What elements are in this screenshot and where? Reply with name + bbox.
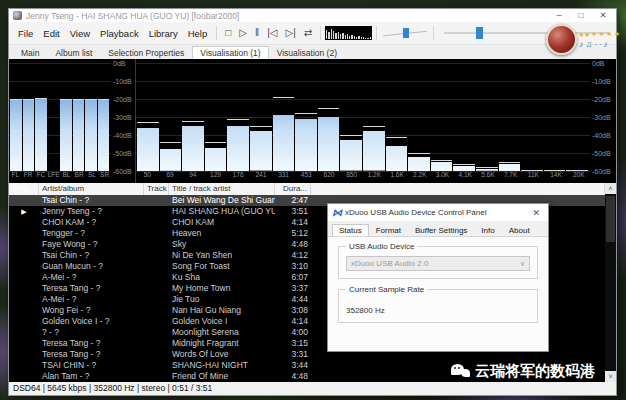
scrollbar-thumb[interactable] — [606, 196, 615, 242]
db-tick-label: -10dB — [592, 78, 611, 85]
mini-spectrum-bar — [361, 37, 362, 39]
column-header-track[interactable]: Track ... — [144, 183, 169, 195]
spectrum-bar — [160, 149, 182, 171]
column-header-playing[interactable]: Playi... — [9, 183, 39, 195]
scrollbar-down-arrow[interactable]: ˅ — [605, 371, 616, 382]
spectrum-bar — [35, 98, 47, 171]
toolbar-separator — [216, 26, 217, 40]
frequency-label: 50 — [136, 171, 159, 183]
title-cell: Golden Voice I — [169, 316, 275, 327]
tab-visualisation-1-[interactable]: Visualisation (1) — [192, 46, 268, 59]
track-cell — [144, 294, 169, 305]
random-button[interactable]: ⇄ — [300, 25, 316, 41]
volume-handle[interactable] — [403, 28, 409, 38]
usb-audio-device-dropdown[interactable]: xDuoo USB Audio 2.0 ∨ — [346, 256, 530, 271]
track-cell — [144, 228, 169, 239]
xduoo-control-panel-dialog: ⋈ xDuoo USB Audio Device Control Panel ✕… — [327, 203, 549, 352]
spectrum-bar — [73, 99, 85, 171]
blue-music-icons: ♪♫∙∙♪ — [579, 39, 621, 49]
artist-cell: Tsai Chin - ? — [39, 195, 144, 206]
spectrum-bar — [137, 128, 159, 171]
tab-selection-properties[interactable]: Selection Properties — [100, 46, 192, 59]
menu-library[interactable]: Library — [144, 28, 183, 39]
frequency-label: BR — [73, 171, 86, 183]
title-bar[interactable]: Jenny Tseng - HAI SHANG HUA (GUO YU) [fo… — [9, 9, 616, 22]
dialog-title-bar[interactable]: ⋈ xDuoo USB Audio Device Control Panel ✕ — [328, 204, 548, 221]
column-header-title[interactable]: Title / track artist — [169, 183, 275, 195]
db-tick-label: -30dB — [113, 114, 132, 121]
menu-playback[interactable]: Playback — [95, 28, 144, 39]
app-icon — [13, 11, 22, 20]
playing-indicator-icon: ▶ — [9, 206, 39, 217]
menu-file[interactable]: File — [13, 28, 38, 39]
dialog-tab-format[interactable]: Format — [369, 224, 408, 236]
artist-cell: Alan Tam - ? — [39, 371, 144, 382]
column-header-duration[interactable]: Dura... — [275, 183, 311, 195]
volume-slider[interactable] — [381, 26, 429, 40]
title-cell: Midnight Fragrant — [169, 338, 275, 349]
title-cell: Moonlight Serena — [169, 327, 275, 338]
title-cell: Bei Wei Wang De Shi Guang — [169, 195, 275, 206]
tab-album-list[interactable]: Album list — [47, 46, 100, 59]
mini-spectrum-bar — [333, 31, 334, 39]
dialog-tab-info[interactable]: Info — [474, 224, 501, 236]
close-button[interactable]: ✕ — [592, 9, 614, 22]
peak-marker — [35, 98, 47, 99]
frequency-label: 850 — [340, 171, 363, 183]
scrollbar-track[interactable] — [605, 194, 616, 371]
scrollbar-up-arrow[interactable]: ˄ — [605, 183, 616, 194]
dialog-close-button[interactable]: ✕ — [528, 208, 544, 218]
wechat-icon — [451, 362, 471, 380]
seek-handle[interactable] — [476, 27, 483, 39]
toolbar-mini-spectrum — [325, 26, 372, 40]
minimize-button[interactable]: – — [548, 9, 570, 22]
peak-marker — [73, 99, 85, 100]
bar-slot-241 — [250, 63, 272, 171]
frequency-label: 620 — [318, 171, 341, 183]
toolbar-separator — [376, 26, 377, 40]
frequency-label: 94 — [181, 171, 204, 183]
db-tick-label: -50dB — [592, 150, 611, 157]
menu-help[interactable]: Help — [183, 28, 213, 39]
column-header-artist[interactable]: Artist/album — [39, 183, 144, 195]
dialog-tab-about[interactable]: About — [502, 224, 537, 236]
track-cell — [144, 338, 169, 349]
track-cell — [144, 206, 169, 217]
db-tick-label: -40dB — [592, 132, 611, 139]
dialog-tab-buffer-settings[interactable]: Buffer Settings — [408, 224, 474, 236]
play-button[interactable]: ▷ — [235, 25, 251, 41]
pause-button[interactable]: ‖ — [251, 25, 263, 41]
peak-marker — [318, 108, 340, 109]
duration-cell: 3:37 — [275, 283, 311, 294]
duration-cell: 6:07 — [275, 272, 311, 283]
menu-view[interactable]: View — [65, 28, 95, 39]
stop-button[interactable]: □ — [221, 25, 235, 41]
title-cell: HAI SHANG HUA (GUO YU) — [169, 206, 275, 217]
usb-audio-device-group: USB Audio Device xDuoo USB Audio 2.0 ∨ — [338, 246, 538, 279]
visualisation-area: FLFRFCLFEBLBRSLSR 0dB-10dB-20dB-30dB-40d… — [9, 59, 616, 183]
frequency-label: 3.0K — [431, 171, 454, 183]
frequency-label: 4.1K — [454, 171, 477, 183]
mini-spectrum-bar — [367, 38, 368, 39]
dialog-tab-status[interactable]: Status — [332, 224, 369, 236]
peak-meter-plot — [9, 63, 111, 171]
track-cell — [144, 305, 169, 316]
spectrum-bar — [295, 119, 317, 171]
tab-main[interactable]: Main — [13, 46, 47, 59]
previous-button[interactable]: |◁ — [263, 25, 281, 41]
dialog-body: USB Audio Device xDuoo USB Audio 2.0 ∨ C… — [328, 236, 548, 351]
playing-cell — [9, 327, 39, 338]
tab-visualisation-2-[interactable]: Visualisation (2) — [269, 46, 345, 59]
menu-edit[interactable]: Edit — [38, 28, 64, 39]
frequency-label: 176 — [227, 171, 250, 183]
track-cell — [144, 239, 169, 250]
playlist-header[interactable]: Playi... Artist/album Track ... Title / … — [9, 183, 605, 195]
maximize-button[interactable]: □ — [570, 9, 592, 22]
frequency-label: BL — [60, 171, 73, 183]
frequency-label: 241 — [250, 171, 273, 183]
bar-slot-129 — [205, 63, 227, 171]
next-button[interactable]: ▷| — [281, 25, 299, 41]
peak-marker — [476, 167, 498, 168]
bar-slot-3.0K — [431, 63, 453, 171]
playlist-scrollbar[interactable]: ˄ ˅ — [605, 183, 616, 382]
